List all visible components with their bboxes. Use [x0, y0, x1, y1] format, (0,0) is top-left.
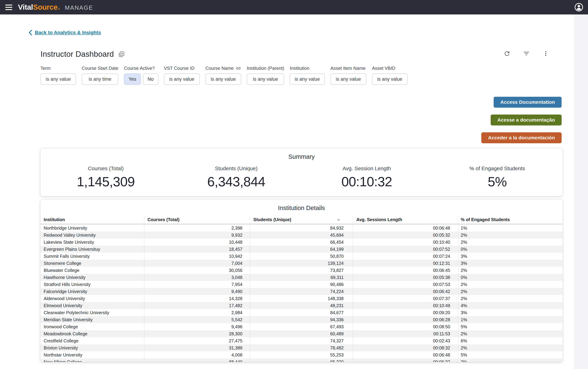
- value-cell: 0%: [458, 246, 562, 253]
- table-row: Alderwood University14,328148,33800:07:3…: [40, 295, 562, 302]
- value-cell: 00:02:43: [353, 337, 458, 344]
- table-row: Lakeview State University10,44866,45400:…: [40, 239, 562, 246]
- value-cell: 31,389: [144, 344, 250, 351]
- value-cell: 0%: [458, 274, 562, 281]
- instructor-dashboard-page: VitalSource® MANAGE Back to Analytics & …: [0, 0, 588, 369]
- value-cell: 2%: [458, 330, 562, 337]
- value-cell: 9,490: [144, 288, 250, 295]
- value-cell: 74,327: [250, 337, 353, 344]
- column-header-institution[interactable]: Institution: [40, 216, 144, 224]
- menu-icon[interactable]: [5, 5, 12, 10]
- column-header-of-engaged-students[interactable]: % of Engaged Students: [458, 216, 562, 224]
- toggle-option-yes[interactable]: Yes: [124, 73, 141, 85]
- value-cell: 55,253: [250, 351, 353, 359]
- value-cell: 10,448: [144, 239, 250, 246]
- filter-course-active: Course Active?YesNo: [124, 66, 158, 85]
- filter-value-dropdown[interactable]: is any value: [290, 73, 325, 85]
- column-header-students-unique[interactable]: Students (Unique): [250, 216, 353, 224]
- value-cell: 139,124: [250, 260, 353, 267]
- summary-stat-courses-total: Courses (Total)1,145,309: [40, 165, 171, 189]
- value-cell: 1%: [458, 225, 562, 232]
- table-row: Northstar University4,00855,25300:06:485…: [40, 351, 562, 359]
- value-cell: 2,984: [144, 309, 250, 316]
- institution-cell: Evergreen Plains Universituy: [40, 246, 144, 253]
- summary-stats: Courses (Total)1,145,309Students (Unique…: [40, 165, 562, 189]
- value-cell: 10,942: [144, 253, 250, 260]
- value-cell: 67,493: [250, 323, 353, 330]
- value-cell: 00:10:40: [353, 239, 458, 246]
- back-to-analytics-link[interactable]: Back to Analytics & Insights: [28, 30, 101, 36]
- filter-value-dropdown[interactable]: is any value: [206, 73, 241, 85]
- value-cell: 1%: [458, 316, 562, 323]
- table-body: Northbridge University2,39884,93200:06:4…: [40, 225, 562, 362]
- filter-value-dropdown[interactable]: is any value: [164, 73, 200, 85]
- value-cell: 64,199: [250, 246, 353, 253]
- filter-value-dropdown[interactable]: is any value: [330, 73, 366, 85]
- filter-label: Course Start Date: [82, 66, 118, 71]
- value-cell: 88,440: [144, 359, 250, 362]
- summary-stat-of-engaged-students: % of Engaged Students5%: [432, 165, 562, 189]
- refresh-icon[interactable]: [503, 50, 510, 57]
- value-cell: 00:08:32: [353, 344, 458, 351]
- sort-chevron-down-icon[interactable]: [336, 217, 341, 222]
- table-row: Stratford Hills University7,95490,48600:…: [40, 281, 562, 288]
- filter-value-dropdown[interactable]: is any value: [247, 73, 284, 85]
- copy-dashboard-icon[interactable]: [118, 51, 125, 58]
- top-app-bar: VitalSource® MANAGE: [0, 0, 588, 14]
- toggle-option-no[interactable]: No: [143, 73, 158, 85]
- doc-button-es[interactable]: Acceder a la documentación: [481, 132, 562, 143]
- value-cell: 9,496: [144, 323, 250, 330]
- value-cell: 00:06:28: [353, 316, 458, 323]
- value-cell: 2%: [458, 267, 562, 274]
- filter-value-dropdown[interactable]: is any value: [372, 73, 408, 85]
- filter-asset-item-name: Asset Item Nameis any value: [330, 66, 366, 85]
- institution-cell: Northbridge University: [40, 225, 144, 232]
- table-row: Meadowbrook College28,30060,48900:11:532…: [40, 330, 562, 337]
- column-header-avg-sessions-length[interactable]: Avg. Sessions Length: [353, 216, 458, 224]
- institution-cell: Elmwood University: [40, 302, 144, 309]
- doc-button-en[interactable]: Access Documentation: [494, 97, 562, 108]
- filter-value-dropdown[interactable]: is any value: [40, 73, 76, 85]
- value-cell: 00:05:38: [353, 274, 458, 281]
- account-circle-icon[interactable]: [574, 3, 583, 12]
- value-cell: 66,454: [250, 239, 353, 246]
- more-vert-icon[interactable]: [542, 50, 549, 57]
- chevron-left-icon: [28, 30, 33, 36]
- value-cell: 2%: [458, 232, 562, 239]
- value-cell: 7,954: [144, 281, 250, 288]
- institution-cell: Bluewater College: [40, 267, 144, 274]
- value-cell: 00:06:48: [353, 225, 458, 232]
- filter-icon[interactable]: [523, 50, 530, 57]
- doc-button-pt[interactable]: Acesse a documentação: [491, 114, 562, 125]
- dashboard-gutter: [574, 14, 588, 369]
- value-cell: 5%: [458, 351, 562, 359]
- institution-cell: Meridian State University: [40, 316, 144, 323]
- summary-stat-avg-session-length: Avg. Session Length00:10:32: [302, 165, 432, 189]
- value-cell: 00:05:32: [353, 232, 458, 239]
- value-cell: 2%: [458, 359, 562, 362]
- value-cell: 00:11:53: [353, 330, 458, 337]
- value-cell: 30,056: [144, 267, 250, 274]
- value-cell: 60,489: [250, 330, 353, 337]
- institution-cell: Falconridge University: [40, 288, 144, 295]
- value-cell: 50,870: [250, 253, 353, 260]
- filter-vst-course-id: VST Course IDis any value: [164, 66, 200, 85]
- value-cell: 14,328: [144, 295, 250, 302]
- value-cell: 00:06:42: [353, 288, 458, 295]
- institution-cell: Stratford Hills University: [40, 281, 144, 288]
- value-cell: 48,231: [250, 302, 353, 309]
- product-name: MANAGE: [65, 4, 93, 11]
- filter-label: Term: [40, 66, 76, 71]
- value-cell: 2%: [458, 281, 562, 288]
- filter-label: Institution (Parent): [247, 66, 284, 71]
- column-header-courses-total[interactable]: Courses (Total): [144, 216, 250, 224]
- stat-label: Courses (Total): [88, 165, 124, 172]
- value-cell: 00:08:50: [353, 323, 458, 330]
- value-cell: 7,004: [144, 260, 250, 267]
- value-cell: 2%: [458, 288, 562, 295]
- filter-value-dropdown[interactable]: is any time: [82, 73, 118, 85]
- institution-details-tile: Institution Details InstitutionCourses (…: [40, 200, 562, 362]
- value-cell: 00:07:37: [353, 295, 458, 302]
- value-cell: 45,694: [250, 232, 353, 239]
- table-row: Crestfield College27,47574,32700:02:436%: [40, 337, 562, 344]
